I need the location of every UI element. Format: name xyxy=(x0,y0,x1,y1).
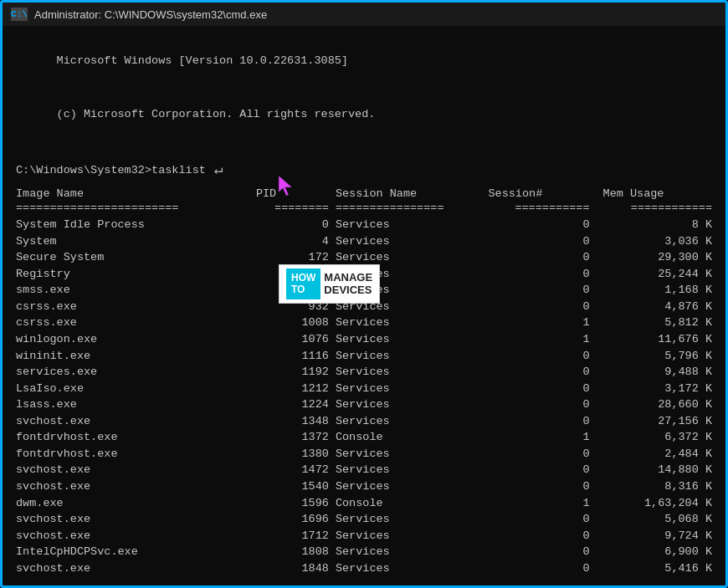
process-sessnum: 1 xyxy=(488,331,602,348)
process-session: Services xyxy=(336,314,489,331)
process-session: Services xyxy=(336,478,489,495)
process-mem: 2,484 K xyxy=(603,446,712,463)
process-name: svchost.exe xyxy=(16,511,256,528)
table-row: fontdrvhost.exe1372Console16,372 K xyxy=(16,429,712,446)
tasklist-table: Image Name PID Session Name Session# Mem… xyxy=(16,187,712,576)
process-session: Services xyxy=(336,233,489,250)
process-session: Services xyxy=(336,560,489,577)
process-sessnum: 0 xyxy=(488,266,602,283)
process-mem: 8 K xyxy=(603,217,712,233)
process-sessnum: 0 xyxy=(488,282,602,299)
process-pid: 1348 xyxy=(256,413,336,430)
process-name: LsaIso.exe xyxy=(16,381,256,397)
process-pid: 1540 xyxy=(256,478,336,495)
table-row: dwm.exe1596Console11,63,204 K xyxy=(16,495,712,512)
process-sessnum: 0 xyxy=(488,462,602,478)
process-mem: 25,244 K xyxy=(603,266,712,283)
process-mem: 4,876 K xyxy=(603,299,712,315)
process-session: Services xyxy=(336,511,489,528)
process-mem: 1,63,204 K xyxy=(603,495,712,512)
process-pid: 1008 xyxy=(256,314,336,331)
process-session: Services xyxy=(336,381,489,397)
process-mem: 3,036 K xyxy=(603,233,712,250)
process-name: smss.exe xyxy=(16,282,256,299)
process-mem: 3,172 K xyxy=(603,381,712,397)
process-pid: 1224 xyxy=(256,396,336,413)
table-row: System4Services03,036 K xyxy=(16,233,712,250)
sep-session: ================ xyxy=(336,200,489,217)
table-row: IntelCpHDCPSvc.exe1808Services06,900 K xyxy=(16,544,712,560)
process-sessnum: 0 xyxy=(488,413,602,430)
cmd-window: C:\ Administrator: C:\WINDOWS\system32\c… xyxy=(0,0,728,588)
process-name: fontdrvhost.exe xyxy=(16,429,256,446)
table-row: svchost.exe1712Services09,724 K xyxy=(16,528,712,545)
process-pid: 1192 xyxy=(256,364,336,381)
col-header-session: Session Name xyxy=(336,187,489,200)
process-mem: 27,156 K xyxy=(603,413,712,430)
terminal-body[interactable]: Microsoft Windows [Version 10.0.22631.30… xyxy=(3,26,725,585)
process-name: IntelCpHDCPSvc.exe xyxy=(16,544,256,560)
process-pid: 1076 xyxy=(256,331,336,348)
process-session: Services xyxy=(336,446,489,463)
table-row: wininit.exe1116Services05,796 K xyxy=(16,348,712,365)
process-mem: 5,416 K xyxy=(603,560,712,577)
window-title: Administrator: C:\WINDOWS\system32\cmd.e… xyxy=(34,8,267,21)
process-sessnum: 0 xyxy=(488,396,602,413)
process-name: winlogon.exe xyxy=(16,331,256,348)
process-name: lsass.exe xyxy=(16,396,256,413)
process-sessnum: 0 xyxy=(488,299,602,315)
process-mem: 9,488 K xyxy=(603,364,712,381)
process-session: Services xyxy=(336,396,489,413)
process-pid: 0 xyxy=(256,217,336,233)
process-sessnum: 0 xyxy=(488,364,602,381)
sep-sessnum: =========== xyxy=(488,200,602,217)
process-pid: 1596 xyxy=(256,495,336,512)
process-name: svchost.exe xyxy=(16,560,256,577)
process-name: csrss.exe xyxy=(16,299,256,315)
process-name: Registry xyxy=(16,266,256,283)
process-sessnum: 0 xyxy=(488,511,602,528)
process-pid: 1372 xyxy=(256,429,336,446)
process-mem: 5,068 K xyxy=(603,511,712,528)
process-name: svchost.exe xyxy=(16,462,256,478)
cmd-icon: C:\ xyxy=(11,8,28,21)
process-sessnum: 0 xyxy=(488,528,602,545)
title-bar: C:\ Administrator: C:\WINDOWS\system32\c… xyxy=(3,3,725,26)
process-name: dwm.exe xyxy=(16,495,256,512)
process-pid: 1808 xyxy=(256,544,336,560)
process-session: Services xyxy=(336,331,489,348)
process-name: fontdrvhost.exe xyxy=(16,446,256,463)
process-sessnum: 0 xyxy=(488,446,602,463)
copyright-line: (c) Microsoft Corporation. All rights re… xyxy=(16,90,712,140)
process-session: Services xyxy=(336,364,489,381)
process-pid: 1712 xyxy=(256,528,336,545)
sep-name: ======================== xyxy=(16,200,256,217)
table-row: svchost.exe1848Services05,416 K xyxy=(16,560,712,577)
process-mem: 6,372 K xyxy=(603,429,712,446)
process-mem: 8,316 K xyxy=(603,478,712,495)
process-sessnum: 0 xyxy=(488,233,602,250)
process-mem: 6,900 K xyxy=(603,544,712,560)
table-row: fontdrvhost.exe1380Services02,484 K xyxy=(16,446,712,463)
table-row: Secure System172Services029,300 K xyxy=(16,249,712,266)
table-row: svchost.exe1696Services05,068 K xyxy=(16,511,712,528)
prompt-line: C:\Windows\System32>tasklist ↵ xyxy=(16,159,223,187)
table-row: lsass.exe1224Services028,660 K xyxy=(16,396,712,413)
process-sessnum: 0 xyxy=(488,348,602,365)
process-name: svchost.exe xyxy=(16,478,256,495)
col-header-mem: Mem Usage xyxy=(603,187,712,200)
process-pid: 1472 xyxy=(256,462,336,478)
process-sessnum: 0 xyxy=(488,249,602,266)
sep-pid: ======== xyxy=(256,200,336,217)
process-session: Console xyxy=(336,495,489,512)
process-session: Services xyxy=(336,528,489,545)
process-pid: 1380 xyxy=(256,446,336,463)
sep-mem: ============ xyxy=(603,200,712,217)
process-name: wininit.exe xyxy=(16,348,256,365)
process-session: Services xyxy=(336,217,489,233)
windows-version-line: Microsoft Windows [Version 10.0.22631.30… xyxy=(16,36,712,85)
process-mem: 1,168 K xyxy=(603,282,712,299)
process-sessnum: 0 xyxy=(488,478,602,495)
process-mem: 14,880 K xyxy=(603,462,712,478)
table-row: LsaIso.exe1212Services03,172 K xyxy=(16,381,712,397)
